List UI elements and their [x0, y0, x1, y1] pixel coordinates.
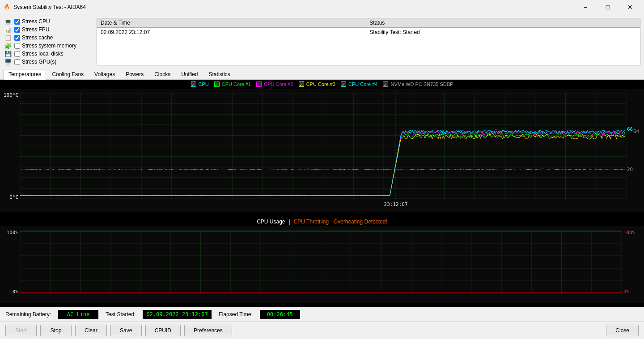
stress-icon-stress-disks: 💾 — [4, 50, 13, 57]
legend-item-cpu-core-#1: ✓CPU Core #1 — [214, 82, 251, 87]
legend-item-cpu: ✓CPU — [191, 82, 209, 87]
label-stress-disks: Stress local disks — [22, 51, 64, 57]
button-bar: Start Stop Clear Save CPUID Preferences … — [0, 322, 644, 339]
window-title: System Stability Test - AIDA64 — [13, 4, 575, 10]
preferences-button[interactable]: Preferences — [184, 325, 232, 336]
legend-label: CPU — [199, 82, 209, 87]
legend-label: NVMe WD PC SN735 SDBP — [390, 82, 453, 87]
label-stress-memory: Stress system memory — [22, 43, 76, 49]
top-section: 💻 Stress CPU 📊 Stress FPU 📋 Stress cache… — [0, 14, 644, 69]
stress-icon-stress-cpu: 💻 — [4, 18, 13, 25]
elapsed-value: 00:26:45 — [260, 310, 300, 319]
legend-label: CPU Core #1 — [222, 82, 251, 87]
stop-button[interactable]: Stop — [40, 325, 72, 336]
checkbox-item-stress-cpu: 💻 Stress CPU — [4, 18, 93, 25]
checkbox-item-stress-gpu: 🖥️ Stress GPU(s) — [4, 58, 93, 65]
checkbox-stress-disks[interactable] — [14, 51, 20, 57]
label-stress-cache: Stress cache — [22, 34, 53, 41]
temperature-chart: ✓CPU✓CPU Core #1✓CPU Core #2✓CPU Core #3… — [0, 80, 644, 217]
label-stress-gpu: Stress GPU(s) — [22, 59, 56, 65]
status-table: Date & Time Status 02.09.2022 23:12:07St… — [97, 18, 640, 65]
checkbox-item-stress-cache: 📋 Stress cache — [4, 34, 93, 41]
tab-temperatures[interactable]: Temperatures — [4, 69, 46, 80]
legend-label: CPU Core #3 — [306, 82, 335, 87]
battery-label: Remaining Battery: — [5, 311, 51, 318]
legend-label: CPU Core #4 — [348, 82, 377, 87]
charts-section: ✓CPU✓CPU Core #1✓CPU Core #2✓CPU Core #3… — [0, 80, 644, 307]
cpu-chart-title: CPU Usage | CPU Throttling - Overheating… — [0, 217, 644, 226]
checkbox-item-stress-disks: 💾 Stress local disks — [4, 50, 93, 57]
stress-icon-stress-memory: 🧩 — [4, 42, 13, 49]
cpu-usage-title: CPU Usage — [257, 219, 285, 225]
temp-chart-canvas — [0, 89, 644, 212]
label-stress-cpu: Stress CPU — [22, 18, 50, 25]
checkbox-stress-fpu[interactable] — [14, 27, 20, 33]
tabs-bar: TemperaturesCooling FansVoltagesPowersCl… — [0, 69, 644, 80]
stress-icon-stress-fpu: 📊 — [4, 26, 13, 33]
cpuid-button[interactable]: CPUID — [145, 325, 181, 336]
minimize-button[interactable]: − — [575, 0, 596, 14]
legend-item-cpu-core-#4: ✓CPU Core #4 — [341, 82, 377, 87]
checkbox-stress-memory[interactable] — [14, 43, 20, 49]
maximize-button[interactable]: □ — [597, 0, 618, 14]
throttle-warning: CPU Throttling - Overheating Detected! — [294, 219, 387, 225]
legend-checkbox[interactable]: ✓ — [341, 82, 346, 87]
test-started-value: 02.09.2022 23:12:07 — [143, 310, 211, 319]
col-datetime: Date & Time — [97, 18, 366, 28]
checkbox-item-stress-memory: 🧩 Stress system memory — [4, 42, 93, 49]
tab-unified[interactable]: Unified — [176, 69, 203, 79]
window-controls: − □ ✕ — [575, 0, 640, 14]
save-button[interactable]: Save — [110, 325, 142, 336]
close-button[interactable]: ✕ — [620, 0, 640, 14]
status-cell: 02.09.2022 23:12:07 — [97, 28, 366, 37]
tab-statistics[interactable]: Statistics — [204, 69, 235, 79]
legend-checkbox[interactable]: ✓ — [256, 82, 262, 87]
cpu-usage-chart: CPU Usage | CPU Throttling - Overheating… — [0, 217, 644, 307]
stress-icon-stress-cache: 📋 — [4, 34, 13, 41]
clear-button[interactable]: Clear — [75, 325, 107, 336]
tab-voltages[interactable]: Voltages — [89, 69, 120, 79]
legend-checkbox[interactable]: ✓ — [214, 82, 220, 87]
tab-cooling-fans[interactable]: Cooling Fans — [47, 69, 89, 79]
app-icon: 🔥 — [4, 4, 11, 11]
titlebar: 🔥 System Stability Test - AIDA64 − □ ✕ — [0, 0, 644, 14]
bottom-status-bar: Remaining Battery: AC Line Test Started:… — [0, 307, 644, 322]
test-started-label: Test Started: — [106, 311, 136, 318]
separator: | — [289, 219, 290, 225]
tab-powers[interactable]: Powers — [121, 69, 148, 79]
stress-options-panel: 💻 Stress CPU 📊 Stress FPU 📋 Stress cache… — [4, 18, 93, 65]
legend-checkbox[interactable]: ✓ — [383, 82, 388, 87]
main-content: 💻 Stress CPU 📊 Stress FPU 📋 Stress cache… — [0, 14, 644, 339]
legend-checkbox[interactable]: ✓ — [299, 82, 304, 87]
legend-item-cpu-core-#3: ✓CPU Core #3 — [299, 82, 335, 87]
status-cell: Stability Test: Started — [366, 28, 640, 37]
start-button[interactable]: Start — [5, 325, 37, 336]
legend-item-cpu-core-#2: ✓CPU Core #2 — [256, 82, 293, 87]
checkbox-item-stress-fpu: 📊 Stress FPU — [4, 26, 93, 33]
checkbox-stress-cache[interactable] — [14, 35, 20, 41]
checkbox-stress-gpu[interactable] — [14, 59, 20, 65]
checkbox-stress-cpu[interactable] — [14, 19, 20, 25]
stress-icon-stress-gpu: 🖥️ — [4, 58, 13, 65]
legend-label: CPU Core #2 — [264, 82, 293, 87]
legend-item-nvme-wd-pc-sn735-sdbp: ✓NVMe WD PC SN735 SDBP — [383, 82, 453, 87]
battery-value: AC Line — [58, 310, 98, 319]
label-stress-fpu: Stress FPU — [22, 26, 49, 33]
legend-checkbox[interactable]: ✓ — [191, 82, 196, 87]
tab-clocks[interactable]: Clocks — [149, 69, 175, 79]
chart-legend: ✓CPU✓CPU Core #1✓CPU Core #2✓CPU Core #3… — [0, 80, 644, 89]
close-button[interactable]: Close — [606, 325, 639, 336]
elapsed-label: Elapsed Time: — [219, 311, 253, 318]
cpu-chart-canvas — [0, 226, 644, 303]
col-status: Status — [366, 18, 640, 28]
